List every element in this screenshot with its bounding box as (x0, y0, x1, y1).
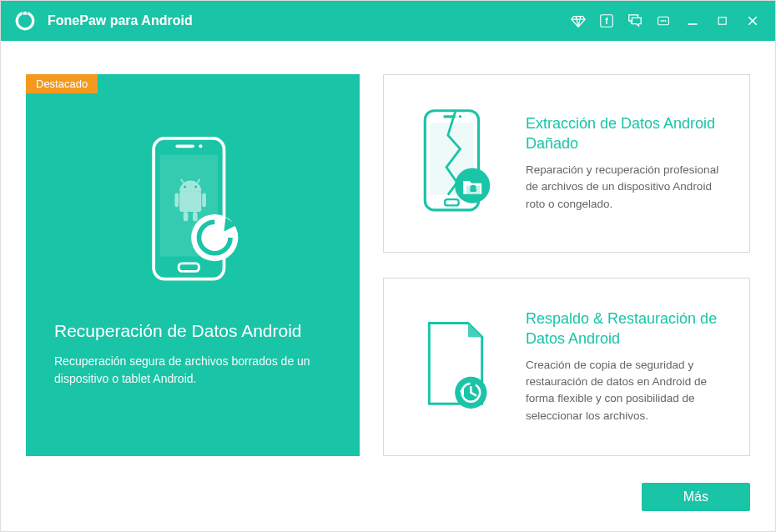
svg-point-23 (194, 186, 197, 188)
file-backup-icon (406, 313, 506, 421)
svg-text:f: f (605, 17, 608, 26)
app-logo-icon (14, 10, 36, 32)
close-button[interactable] (743, 12, 762, 30)
right-column: Extracción de Datos Android Dañado Repar… (383, 74, 750, 456)
tile-data-recovery[interactable]: Destacado (26, 74, 360, 456)
titlebar: FonePaw para Android f (1, 1, 775, 41)
tile-backup-restore[interactable]: Respaldo & Restauración de Datos Android… (383, 278, 750, 456)
svg-rect-14 (175, 144, 194, 148)
facebook-icon[interactable]: f (598, 13, 615, 29)
svg-point-22 (184, 186, 186, 188)
footer: Más (26, 479, 750, 511)
maximize-button[interactable] (713, 12, 732, 30)
tile-description: Creación de copia de seguridad y restaur… (526, 357, 728, 424)
tile-title: Respaldo & Restauración de Datos Android (526, 309, 728, 349)
svg-rect-35 (470, 188, 476, 192)
app-title: FonePaw para Android (48, 13, 193, 28)
svg-rect-20 (184, 212, 189, 221)
more-button[interactable]: Más (642, 483, 750, 511)
svg-rect-17 (179, 192, 201, 212)
svg-point-5 (661, 20, 663, 22)
svg-point-31 (459, 115, 461, 118)
diamond-icon[interactable] (570, 13, 587, 29)
tile-text: Extracción de Datos Android Dañado Repar… (526, 114, 728, 213)
tile-broken-extraction[interactable]: Extracción de Datos Android Dañado Repar… (383, 74, 750, 253)
broken-phone-icon (406, 105, 506, 222)
content-area: Destacado (1, 41, 775, 531)
feedback-icon[interactable] (627, 13, 643, 29)
svg-point-6 (663, 20, 664, 22)
left-column: Destacado (26, 74, 360, 456)
tile-description: Reparación y recuperación profesional de… (526, 162, 728, 213)
logo-group: FonePaw para Android (14, 10, 193, 32)
tile-description: Recuperación segura de archivos borrados… (54, 353, 331, 388)
svg-point-7 (664, 20, 666, 22)
titlebar-actions: f (570, 12, 762, 30)
minimize-button[interactable] (683, 12, 702, 30)
phone-recovery-icon (54, 104, 331, 321)
tile-text: Respaldo & Restauración de Datos Android… (526, 309, 728, 424)
svg-rect-9 (718, 18, 726, 24)
tiles-row: Destacado (26, 74, 750, 456)
svg-point-15 (199, 144, 202, 148)
svg-rect-19 (202, 193, 206, 208)
tile-title: Recuperación de Datos Android (54, 321, 331, 341)
svg-rect-32 (445, 199, 459, 205)
svg-rect-16 (179, 263, 199, 271)
svg-rect-18 (174, 193, 179, 208)
svg-rect-21 (193, 212, 198, 221)
featured-badge: Destacado (26, 74, 98, 93)
menu-icon[interactable] (655, 13, 672, 29)
tile-title: Extracción de Datos Android Dañado (526, 114, 728, 153)
